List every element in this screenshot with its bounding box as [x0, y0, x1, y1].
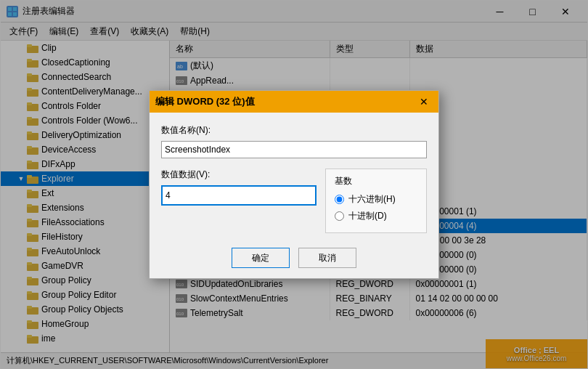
base-group: 基数 十六进制(H) 十进制(D): [325, 169, 427, 233]
dialog-footer: 确定 取消: [150, 242, 438, 278]
name-label: 数值名称(N):: [161, 124, 427, 137]
dec-radio-row: 十进制(D): [335, 210, 417, 222]
ok-button[interactable]: 确定: [232, 248, 290, 268]
base-label: 基数: [335, 175, 417, 187]
dialog-title: 编辑 DWORD (32 位)值: [155, 95, 415, 108]
edit-dialog: 编辑 DWORD (32 位)值 ✕ 数值名称(N): 数值数据(V): 基数: [149, 90, 439, 279]
data-label: 数值数据(V):: [161, 169, 317, 181]
dialog-row: 数值数据(V): 基数 十六进制(H) 十进制(D): [161, 169, 427, 233]
hex-radio-row: 十六进制(H): [335, 193, 417, 206]
modal-overlay: 编辑 DWORD (32 位)值 ✕ 数值名称(N): 数值数据(V): 基数: [1, 1, 587, 368]
dialog-title-bar: 编辑 DWORD (32 位)值 ✕: [150, 91, 438, 113]
hex-label: 十六进制(H): [348, 193, 396, 206]
cancel-button[interactable]: 取消: [298, 248, 356, 268]
name-input[interactable]: [161, 141, 427, 158]
dec-radio[interactable]: [335, 211, 344, 221]
dec-label: 十进制(D): [348, 210, 387, 222]
value-section: 数值数据(V):: [161, 169, 317, 233]
dialog-close-button[interactable]: ✕: [415, 93, 433, 110]
base-section: 基数 十六进制(H) 十进制(D): [325, 169, 427, 233]
dialog-body: 数值名称(N): 数值数据(V): 基数 十六进制(H): [150, 113, 438, 242]
data-input[interactable]: [161, 185, 317, 206]
hex-radio[interactable]: [335, 195, 344, 204]
main-window: 注册表编辑器 ─ □ ✕ 文件(F) 编辑(E) 查看(V) 收藏夹(A) 帮助…: [0, 0, 588, 369]
